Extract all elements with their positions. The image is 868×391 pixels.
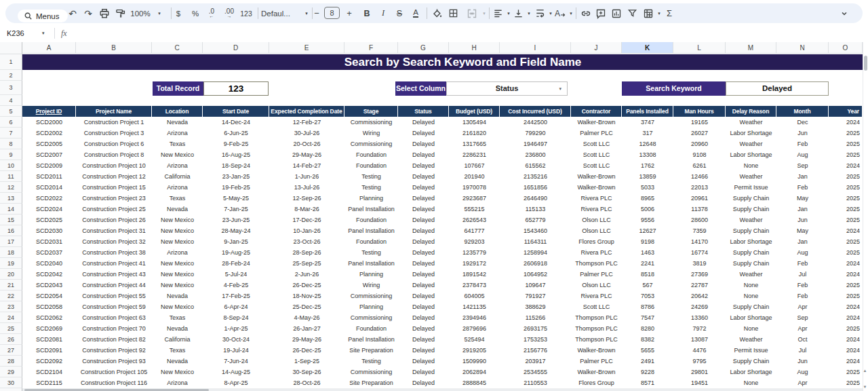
cell[interactable]: 18-Nov-25 [269,291,344,301]
cell[interactable]: 6261 [673,160,726,171]
row-header-2[interactable]: 2 [0,70,22,81]
column-header-i[interactable]: I [500,42,571,54]
cell[interactable]: SCD2054 [22,291,76,301]
filter-button[interactable] [625,6,639,20]
cell[interactable]: 2025 [829,215,863,225]
bold-button[interactable]: B [360,6,374,20]
cell[interactable]: Commissioning [344,291,398,301]
cell[interactable]: None [726,291,776,301]
cell[interactable]: 6-Jun-25 [203,128,269,138]
table-header-contractor[interactable]: Contractor [571,106,622,117]
cell[interactable]: Palmer PLC [571,128,622,138]
cell[interactable]: 14-Dec-24 [203,117,269,128]
table-header-stage[interactable]: Stage [344,106,398,117]
cell[interactable]: Construction Project 10 [76,160,152,171]
cell[interactable]: Wiring [344,280,398,291]
cell[interactable]: Palmer PLC [571,269,622,280]
toolbar-collapse-button[interactable] [837,6,851,20]
cell[interactable]: None [726,280,776,291]
cell[interactable]: Sep [776,312,829,323]
cell[interactable]: 2025 [829,138,863,149]
cell[interactable]: Nevada [152,323,203,334]
cell[interactable]: 1258994 [500,247,571,258]
cell[interactable]: 26-Dec-25 [269,280,344,291]
cell[interactable]: 1753253 [500,334,571,345]
cell[interactable]: 3819 [673,258,726,269]
cell[interactable]: 8280 [622,323,673,334]
column-header-m[interactable]: M [726,42,776,54]
cell[interactable]: 1305494 [449,117,500,128]
cell[interactable]: SCD2022 [22,193,76,204]
cell[interactable]: Delayed [398,280,449,291]
column-header-l[interactable]: L [673,42,726,54]
cell[interactable]: 2241 [622,258,673,269]
cell[interactable]: Texas [152,312,203,323]
cell[interactable]: 525494 [449,334,500,345]
italic-button[interactable]: I [376,6,390,20]
insert-chart-button[interactable] [610,6,623,20]
cell[interactable]: 18-Sep-24 [203,160,269,171]
cell[interactable]: 7547 [622,312,673,323]
font-name-select[interactable]: Defaul... [261,6,303,20]
cell[interactable]: SCD2092 [22,356,76,367]
cell-reference-box[interactable]: K236 [7,24,24,42]
column-header-k[interactable]: K [622,42,673,54]
cell[interactable]: Supply Chain [726,193,776,204]
column-header-h[interactable]: H [449,42,500,54]
insert-comment-button[interactable] [594,6,608,20]
cell[interactable]: 30-Jul-26 [269,128,344,138]
cell[interactable]: Labor Shortage [726,149,776,160]
cell[interactable]: New Mexico [152,215,203,225]
undo-button[interactable]: ↶ [66,6,79,20]
cell[interactable]: 2024 [829,312,863,323]
cell[interactable]: 1421135 [449,301,500,312]
cell[interactable]: 12648 [622,138,673,149]
cell[interactable]: Delayed [398,149,449,160]
cell[interactable]: Construction Project 6 [76,138,152,149]
cell[interactable]: 30-Sep-26 [269,367,344,377]
cell[interactable]: 317 [622,128,673,138]
cell[interactable]: 30-Oct-24 [203,334,269,345]
cell[interactable]: 28-Sep-26 [269,247,344,258]
cell[interactable]: SCD2040 [22,258,76,269]
cell[interactable]: 25-Sep-25 [269,258,344,269]
cell[interactable]: Jun [776,128,829,138]
cell[interactable]: 5033 [622,182,673,193]
cell[interactable]: New Mexico [152,258,203,269]
cell[interactable]: 791927 [500,291,571,301]
cell[interactable]: Apr [776,301,829,312]
cell[interactable]: 20642 [673,291,726,301]
cell[interactable]: Foundation [344,236,398,247]
cell[interactable]: Panel Installation [344,334,398,345]
cell[interactable]: Construction Project 15 [76,182,152,193]
table-header-man-hours[interactable]: Man Hours [673,106,726,117]
cell[interactable]: 1651856 [500,182,571,193]
cell[interactable]: 2156776 [500,345,571,356]
cell[interactable]: Walker-Brown [571,171,622,182]
cell[interactable]: 2024 [829,334,863,345]
cell[interactable]: 19165 [673,117,726,128]
cell[interactable]: Commissioning [344,138,398,149]
table-header-project-id[interactable]: Project ID [22,106,76,117]
cell[interactable]: 2024 [829,160,863,171]
cell[interactable]: 2161820 [449,128,500,138]
cell[interactable]: Rivera PLC [571,193,622,204]
pivot-table-button[interactable] [642,6,655,20]
cell[interactable]: SCD2011 [22,171,76,182]
cell[interactable]: Olson LLC [571,280,622,291]
table-header-panels-installed[interactable]: Panels Installed [622,106,673,117]
cell[interactable]: Delayed [398,117,449,128]
cell[interactable]: SCD2030 [22,225,76,236]
column-header-d[interactable]: D [203,42,269,54]
cell[interactable]: Construction Project 82 [76,334,152,345]
cell[interactable]: 1-Jun-26 [269,171,344,182]
cell[interactable]: 13308 [622,149,673,160]
cell[interactable]: Delayed [398,171,449,182]
cell[interactable]: Construction Project 12 [76,171,152,182]
cell[interactable]: 8518 [622,269,673,280]
cell[interactable]: 23-Oct-26 [269,236,344,247]
cell[interactable]: Delayed [398,128,449,138]
cell[interactable]: Rivera PLC [571,247,622,258]
cell[interactable]: 19-Jul-24 [203,345,269,356]
cell[interactable]: New Mexico [152,269,203,280]
